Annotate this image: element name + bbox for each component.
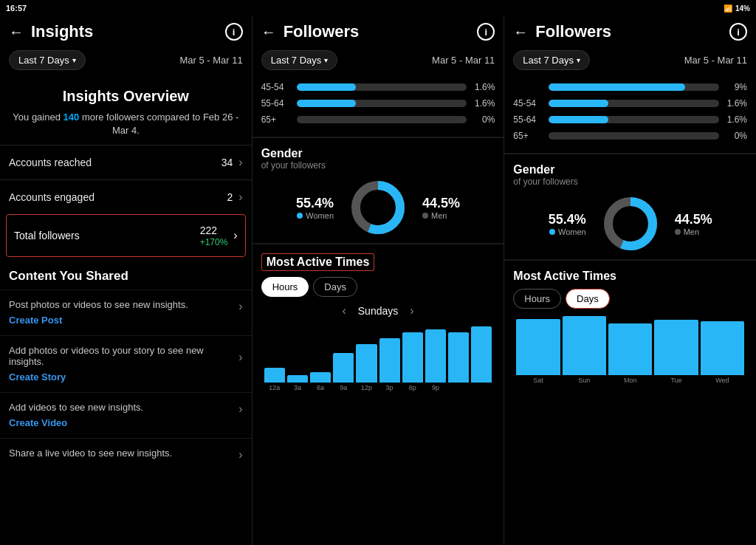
active-section1: Most Active Times Hours Days ‹ Sundays › [252, 244, 504, 397]
bar-label-6p: 6p [402, 384, 423, 391]
followers1-title: Followers [284, 22, 478, 41]
tab-days2[interactable]: Days [566, 289, 610, 309]
content-video: Add videos to see new insights. › Create… [0, 392, 252, 438]
age-label-p2-4554: 45-54 [513, 98, 543, 109]
age-row-top: 9% [513, 82, 747, 92]
tab-row1: Hours Days [261, 277, 495, 297]
back-arrow-insights[interactable]: ← [9, 24, 24, 41]
age-bar-fill-4554 [297, 83, 357, 91]
info-icon-followers2[interactable]: i [729, 23, 747, 41]
period-button-insights[interactable]: Last 7 Days ▾ [9, 50, 86, 70]
period-button-followers2[interactable]: Last 7 Days ▾ [513, 50, 590, 70]
accounts-reached-label: Accounts reached [9, 157, 92, 168]
accounts-engaged-value: 2 [227, 191, 233, 203]
day-label-sat: Sat [516, 377, 560, 384]
donut-chart1 [348, 178, 408, 237]
create-story-link[interactable]: Create Story [9, 371, 66, 383]
donut-chart2 [601, 194, 660, 253]
bar-3 [310, 372, 331, 383]
nav-prev1[interactable]: ‹ [342, 304, 346, 318]
day-label-sun: Sun [563, 377, 606, 384]
age-bar-wrap-5564 [297, 100, 467, 107]
insights-overview: Insights Overview You gained 140 more fo… [0, 76, 252, 145]
bar-6 [379, 338, 400, 383]
followers1-date-bar: Last 7 Days ▾ Mar 5 - Mar 11 [252, 47, 504, 76]
day-labels2: Sat Sun Mon Tue Wed [513, 375, 747, 384]
age-pct-4554: 1.6% [472, 82, 495, 92]
age-bar-wrap-4554 [297, 83, 467, 91]
active-title-text1: Most Active Times [261, 253, 375, 271]
accounts-reached-value: 34 [221, 157, 233, 168]
info-icon-insights[interactable]: i [225, 23, 243, 41]
day-label-mon: Mon [608, 377, 652, 384]
panel-followers1: ← Followers i Last 7 Days ▾ Mar 5 - Mar … [252, 16, 505, 545]
content-video-text: Add videos to see new insights. [9, 402, 143, 413]
age-row-p2-65plus: 65+ 0% [513, 131, 747, 141]
active-title1: Most Active Times [261, 253, 495, 271]
back-arrow-followers1[interactable]: ← [261, 24, 276, 41]
tab-hours1[interactable]: Hours [261, 277, 309, 297]
gender-women-label2: 55.4% Women [549, 212, 586, 236]
tab-days1[interactable]: Days [313, 277, 357, 297]
age-row-4554: 45-54 1.6% [261, 82, 495, 92]
bar-2 [287, 375, 308, 383]
day-label-wed: Wed [701, 377, 744, 384]
total-followers-change: +170% [200, 237, 228, 247]
insights-date-bar: Last 7 Days ▾ Mar 5 - Mar 11 [0, 47, 252, 76]
content-section-title: Content You Shared [0, 257, 252, 289]
insights-title: Insights [31, 22, 225, 41]
gender-section1: Gender of your followers 55.4% Women [252, 137, 504, 243]
panels-container: ← Insights i Last 7 Days ▾ Mar 5 - Mar 1… [0, 16, 756, 545]
accounts-reached-row[interactable]: Accounts reached 34 › [0, 145, 252, 179]
followers1-nav: ← Followers i [252, 16, 504, 47]
info-icon-followers1[interactable]: i [477, 23, 495, 41]
day-bar-sun [563, 316, 606, 375]
age-bar-fill-top [549, 83, 685, 91]
total-followers-label: Total followers [14, 230, 80, 241]
period-button-followers1[interactable]: Last 7 Days ▾ [261, 50, 338, 70]
content-live: Share a live video to see new insights. … [0, 438, 252, 470]
age-bar-wrap-65plus [297, 116, 467, 123]
bars-area1 [261, 323, 495, 383]
active-title-text2: Most Active Times [513, 270, 616, 282]
age-bar-wrap-p2-5564 [549, 116, 719, 123]
gender-subtitle1: of your followers [261, 160, 495, 171]
gender-chart1: 55.4% Women 44.5% [261, 178, 495, 237]
bar-label-9a: 9a [333, 384, 354, 391]
bar-8 [425, 329, 446, 383]
followers1-scroll: 45-54 1.6% 55-64 1.6% 65+ [252, 76, 504, 545]
chevron-total-followers: › [233, 229, 237, 242]
back-arrow-followers2[interactable]: ← [513, 24, 528, 41]
age-bar-wrap-top [549, 83, 719, 91]
bar-label-3a: 3a [287, 384, 308, 391]
bar-1 [264, 368, 285, 383]
age-label-5564: 55-64 [261, 98, 291, 109]
overview-text: You gained 140 more followers compared t… [9, 111, 243, 137]
total-followers-row[interactable]: Total followers 222 +170% › [6, 214, 246, 257]
create-post-link[interactable]: Create Post [9, 315, 62, 326]
followers2-scroll: 9% 45-54 1.6% 55-64 1.6% 6 [504, 76, 756, 545]
gender-subtitle2: of your followers [513, 176, 747, 187]
days-bars-area2 [513, 316, 747, 375]
age-section-followers2: 9% 45-54 1.6% 55-64 1.6% 6 [504, 76, 756, 153]
age-label-p2-65plus: 65+ [513, 131, 543, 141]
day-bar-mon [608, 323, 652, 375]
age-pct-p2-4554: 1.6% [725, 98, 747, 109]
tab-row2: Hours Days [513, 289, 747, 309]
bar-5 [356, 344, 377, 383]
accounts-engaged-row[interactable]: Accounts engaged 2 › [0, 179, 252, 214]
date-range-followers1: Mar 5 - Mar 11 [432, 55, 495, 66]
active-section2: Most Active Times Hours Days Sat Sun Mon [504, 260, 756, 390]
tab-hours2[interactable]: Hours [513, 289, 561, 309]
nav-next1[interactable]: › [410, 304, 413, 318]
followers2-nav: ← Followers i [504, 16, 756, 47]
content-post: Post photos or videos to see new insight… [0, 289, 252, 335]
create-video-link[interactable]: Create Video [9, 417, 67, 428]
chart-day-label1: Sundays [358, 305, 398, 317]
age-section-followers1: 45-54 1.6% 55-64 1.6% 65+ [252, 76, 504, 137]
overview-title: Insights Overview [9, 88, 243, 105]
age-pct-65plus: 0% [472, 114, 495, 125]
total-followers-value: 222 [200, 224, 217, 236]
age-row-5564: 55-64 1.6% [261, 98, 495, 109]
bar-9 [448, 332, 469, 383]
